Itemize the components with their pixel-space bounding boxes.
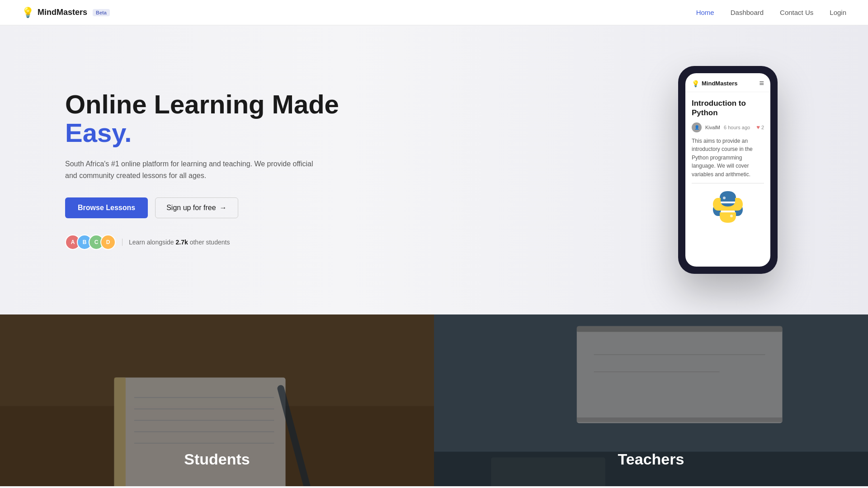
beta-badge: Beta (93, 9, 110, 16)
signup-label: Sign up for free (166, 204, 216, 212)
social-proof-text: Learn alongside 2.7k other students (122, 239, 230, 246)
python-logo (692, 189, 764, 225)
phone-logo-text: MindMasters (702, 80, 737, 87)
phone-author: KivalM (705, 125, 720, 130)
phone-header: 💡 MindMasters ≡ (685, 73, 770, 92)
avatar-4: D (100, 235, 116, 250)
phone-likes: ♥ 2 (756, 124, 764, 131)
avatar-stack: A B C D (65, 235, 116, 250)
bottom-cards: Students Teachers (0, 314, 868, 486)
hero-section: Online Learning Made Easy. South Africa'… (0, 25, 868, 314)
hero-title: Online Learning Made Easy. (65, 90, 373, 148)
browse-lessons-button[interactable]: Browse Lessons (65, 197, 148, 218)
heart-icon: ♥ (756, 124, 760, 131)
hero-title-main: Online Learning Made (65, 89, 339, 119)
phone-device: 💡 MindMasters ≡ Introduction to Python 👤… (678, 66, 778, 274)
teachers-label: Teachers (618, 450, 684, 468)
phone-lesson-title: Introduction to Python (692, 99, 764, 118)
signup-arrow: → (220, 204, 227, 212)
phone-screen: 💡 MindMasters ≡ Introduction to Python 👤… (685, 73, 770, 267)
nav-contact[interactable]: Contact Us (780, 9, 813, 16)
svg-point-1 (730, 215, 733, 217)
phone-time: 6 hours ago (724, 125, 750, 130)
hamburger-icon[interactable]: ≡ (759, 79, 764, 88)
phone-divider (692, 183, 764, 183)
nav-login[interactable]: Login (830, 9, 846, 16)
logo-icon: 💡 (22, 7, 34, 19)
social-proof-count: 2.7k (176, 239, 188, 246)
phone-mockup: 💡 MindMasters ≡ Introduction to Python 👤… (678, 66, 778, 274)
signup-button[interactable]: Sign up for free → (155, 197, 238, 218)
logo-text: MindMasters (38, 8, 87, 17)
nav-home[interactable]: Home (696, 9, 714, 16)
logo[interactable]: 💡 MindMasters Beta (22, 7, 110, 19)
nav-links: Home Dashboard Contact Us Login (696, 9, 846, 16)
social-proof-suffix: other students (188, 239, 230, 246)
hero-content: Online Learning Made Easy. South Africa'… (65, 90, 373, 250)
phone-body: Introduction to Python 👤 KivalM 6 hours … (685, 92, 770, 267)
phone-meta: 👤 KivalM 6 hours ago ♥ 2 (692, 122, 764, 132)
nav-dashboard[interactable]: Dashboard (731, 9, 764, 16)
phone-author-avatar: 👤 (692, 122, 702, 132)
hero-buttons: Browse Lessons Sign up for free → (65, 197, 373, 218)
hero-subtitle: South Africa's #1 online platform for le… (65, 158, 318, 181)
students-card[interactable]: Students (0, 314, 434, 486)
navbar: 💡 MindMasters Beta Home Dashboard Contac… (0, 0, 868, 25)
svg-point-0 (723, 197, 726, 199)
social-proof: A B C D Learn alongside 2.7k other stude… (65, 235, 373, 250)
phone-logo: 💡 MindMasters (692, 80, 737, 87)
phone-logo-icon: 💡 (692, 80, 699, 87)
social-proof-prefix: Learn alongside (129, 239, 176, 246)
students-label: Students (184, 450, 250, 468)
likes-count: 2 (761, 125, 764, 130)
phone-description: This aims to provide an introductory cou… (692, 137, 764, 179)
hero-title-accent: Easy. (65, 118, 132, 147)
teachers-card[interactable]: Teachers (434, 314, 868, 486)
